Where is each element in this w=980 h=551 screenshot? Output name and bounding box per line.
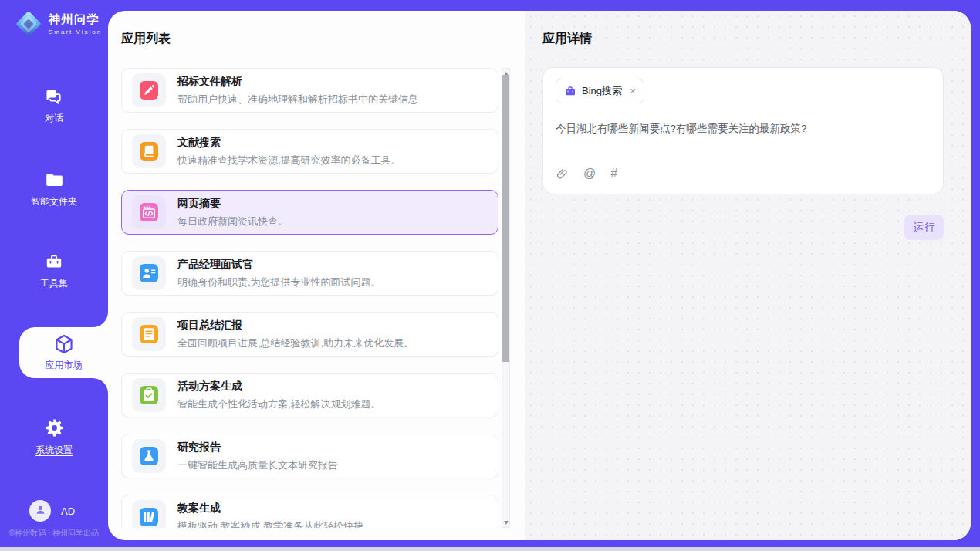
scrollbar-thumb[interactable] [502, 75, 509, 362]
gear-icon [44, 417, 65, 438]
app-name: 招标文件解析 [177, 75, 418, 89]
app-card-literature-search[interactable]: 文献搜索快速精准查找学术资源,提高研究效率的必备工具。 [121, 129, 498, 174]
book-icon [139, 141, 159, 161]
user-initials: AD [61, 505, 75, 517]
app-card-text: 研究报告一键智能生成高质量长文本研究报告 [177, 441, 338, 472]
research-icon [139, 446, 159, 466]
app-card-text: 项目总结汇报全面回顾项目进展,总结经验教训,助力未来优化发展。 [177, 319, 414, 350]
app-icon-frame [132, 256, 166, 290]
app-name: 活动方案生成 [177, 380, 381, 394]
sidebar-item-label: 工具集 [40, 277, 68, 290]
bottom-strip [0, 547, 980, 551]
edit-icon [139, 80, 159, 100]
attach-icon[interactable] [556, 167, 569, 181]
sidebar-item-chat[interactable]: 对话 [0, 86, 108, 125]
main-panel: 应用列表 招标文件解析帮助用户快速、准确地理解和解析招标书中的关键信息文献搜索快… [108, 11, 971, 540]
app-name: 网页摘要 [177, 197, 288, 211]
app-icon-frame [132, 134, 166, 168]
app-description: 智能生成个性化活动方案,轻松解决规划难题。 [177, 397, 381, 411]
active-tab-curve-bottom [93, 378, 108, 394]
app-card-research-report[interactable]: 研究报告一键智能生成高质量长文本研究报告 [121, 434, 498, 478]
app-card-lesson-plan[interactable]: 教案生成模板驱动,教案秒成,教学准备从此轻松快捷 [121, 495, 498, 528]
app-name: 项目总结汇报 [177, 319, 414, 333]
plan-icon [139, 385, 159, 405]
app-description: 帮助用户快速、准确地理解和解析招标书中的关键信息 [177, 93, 418, 106]
scroll-down-arrow[interactable] [502, 519, 509, 526]
brand-name: 神州问学 [49, 12, 102, 27]
app-description: 全面回顾项目进展,总结经验教训,助力未来优化发展。 [177, 336, 414, 350]
app-icon-frame [132, 73, 166, 107]
app-card-event-plan[interactable]: 活动方案生成智能生成个性化活动方案,轻松解决规划难题。 [121, 373, 498, 417]
app-description: 每日政府新闻资讯快查。 [177, 215, 288, 228]
run-button[interactable]: 运行 [904, 215, 944, 240]
sidebar-item-label: 智能文件夹 [31, 195, 77, 208]
folder-icon [44, 170, 64, 190]
app-card-text: 活动方案生成智能生成个性化活动方案,轻松解决规划难题。 [177, 380, 381, 411]
scrollbar[interactable] [502, 68, 510, 528]
lesson-icon [139, 507, 159, 527]
sidebar-item-toolset[interactable]: 工具集 [0, 252, 108, 290]
sidebar-item-label: 对话 [45, 112, 63, 125]
app-card-text: 产品经理面试官明确身份和职责,为您提供专业性的面试问题。 [177, 258, 381, 289]
run-row: 运行 [542, 215, 944, 240]
app-description: 快速精准查找学术资源,提高研究效率的必备工具。 [177, 154, 401, 167]
user-account[interactable]: AD [29, 500, 75, 522]
app-card-webpage-summary[interactable]: 网页摘要每日政府新闻资讯快查。 [121, 190, 498, 235]
brand-subtitle: Smart Vision [49, 29, 102, 35]
avatar [29, 500, 51, 522]
app-card-text: 网页摘要每日政府新闻资讯快查。 [177, 197, 288, 228]
active-tab-curve-top [93, 312, 108, 327]
query-text[interactable]: 今日湖北有哪些新闻要点?有哪些需要关注的最新政策? [556, 122, 931, 136]
app-name: 产品经理面试官 [177, 258, 381, 272]
app-icon-frame [132, 195, 166, 229]
app-list-panel: 应用列表 招标文件解析帮助用户快速、准确地理解和解析招标书中的关键信息文献搜索快… [108, 11, 525, 540]
app-name: 研究报告 [177, 441, 338, 455]
app-card-text: 文献搜索快速精准查找学术资源,提高研究效率的必备工具。 [177, 136, 401, 167]
sidebar-item-label: 应用市场 [46, 359, 83, 372]
app-list-title: 应用列表 [121, 31, 525, 47]
prompt-card: Bing搜索 × 今日湖北有哪些新闻要点?有哪些需要关注的最新政策? @ # [542, 67, 944, 194]
chip-remove-icon[interactable]: × [630, 85, 636, 97]
app-card-text: 教案生成模板驱动,教案秒成,教学准备从此轻松快捷 [177, 502, 363, 529]
app-icon-frame [132, 317, 166, 351]
cube-icon [53, 333, 75, 355]
app-name: 文献搜索 [177, 136, 401, 150]
app-description: 明确身份和职责,为您提供专业性的面试问题。 [177, 276, 381, 289]
attachment-toolbar: @ # [556, 167, 931, 183]
sidebar: 神州问学 Smart Vision 对话智能文件夹工具集应用市场系统设置 AD … [0, 0, 108, 551]
app-detail-title: 应用详情 [542, 31, 944, 47]
sidebar-item-settings[interactable]: 系统设置 [0, 417, 108, 457]
tool-chip-label: Bing搜索 [582, 84, 622, 98]
sidebar-item-smart-folders[interactable]: 智能文件夹 [0, 170, 108, 208]
app-card-project-summary[interactable]: 项目总结汇报全面回顾项目进展,总结经验教训,助力未来优化发展。 [121, 312, 498, 357]
interview-icon [139, 263, 159, 283]
brand-logo: 神州问学 Smart Vision [14, 9, 102, 39]
app-card-bid-doc-analysis[interactable]: 招标文件解析帮助用户快速、准确地理解和解析招标书中的关键信息 [121, 68, 498, 113]
mention-icon[interactable]: @ [583, 167, 596, 181]
brand-logo-icon [14, 9, 43, 39]
tool-chip-bing-search[interactable]: Bing搜索 × [556, 79, 644, 103]
chat-icon [44, 86, 64, 106]
app-card-text: 招标文件解析帮助用户快速、准确地理解和解析招标书中的关键信息 [177, 75, 418, 106]
person-icon [35, 504, 46, 518]
toolbox-icon [44, 252, 64, 272]
app-description: 一键智能生成高质量长文本研究报告 [177, 458, 338, 472]
webpage-icon [139, 202, 159, 222]
sidebar-item-label: 系统设置 [35, 444, 73, 457]
copyright-text: ©神州数码 · 神州问学出品 [0, 528, 108, 539]
app-detail-panel: 应用详情 Bing搜索 × 今日湖北有哪些新闻要点?有哪些需要关注的最新政策? … [525, 11, 971, 540]
note-icon [139, 324, 159, 344]
app-icon-frame [132, 378, 166, 412]
sidebar-item-app-market[interactable]: 应用市场 [19, 327, 108, 378]
app-icon-frame [132, 439, 166, 473]
app-icon-frame [132, 500, 166, 528]
app-name: 教案生成 [177, 502, 363, 516]
briefcase-icon [564, 85, 576, 97]
app-list: 招标文件解析帮助用户快速、准确地理解和解析招标书中的关键信息文献搜索快速精准查找… [121, 68, 512, 528]
app-description: 模板驱动,教案秒成,教学准备从此轻松快捷 [177, 519, 363, 529]
topic-icon[interactable]: # [610, 167, 617, 181]
app-card-pm-interviewer[interactable]: 产品经理面试官明确身份和职责,为您提供专业性的面试问题。 [121, 251, 498, 296]
